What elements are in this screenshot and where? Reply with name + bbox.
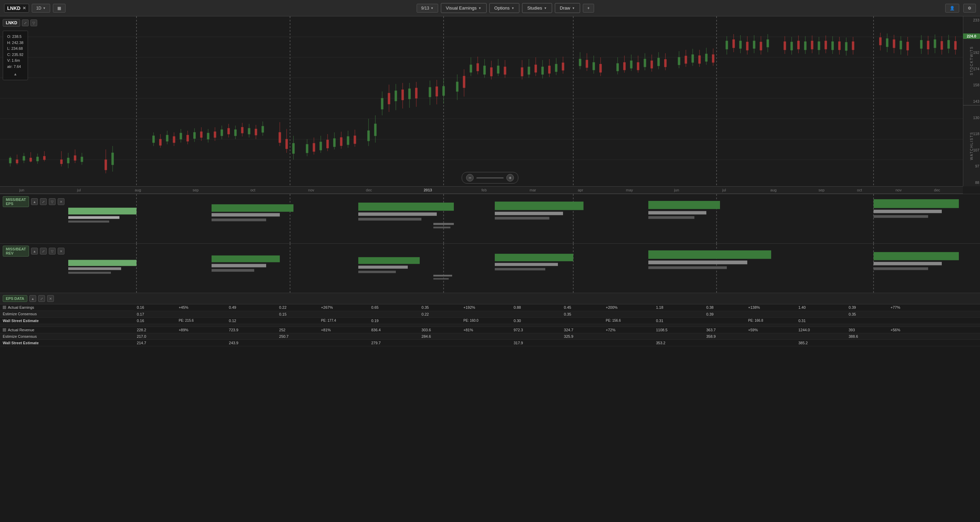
price-192: 192 (964, 51, 979, 54)
price-88: 88 (964, 180, 979, 185)
svg-rect-118 (463, 76, 465, 88)
expand-chart-button[interactable]: ⤢ (22, 19, 29, 26)
svg-rect-196 (784, 41, 786, 50)
studies-caret-icon: ▼ (544, 6, 547, 10)
timeframe-button[interactable]: 1D ▼ (32, 4, 50, 13)
svg-rect-226 (907, 42, 909, 50)
svg-rect-20 (30, 158, 32, 161)
price-chart[interactable] (0, 16, 963, 194)
options-caret-icon: ▼ (511, 6, 514, 10)
svg-rect-216 (852, 41, 854, 50)
svg-rect-144 (562, 63, 564, 70)
ticker-close-icon[interactable]: ✕ (22, 6, 26, 11)
time-label-mar: mar (530, 188, 536, 192)
eps-data-close-button[interactable]: ✕ (47, 295, 54, 302)
eps-data-expand-button[interactable]: ⤢ (38, 295, 45, 302)
svg-rect-114 (442, 86, 445, 95)
zoom-in-button[interactable]: + (506, 174, 514, 181)
rec-q3: 284.6 (419, 333, 461, 340)
svg-rect-186 (740, 41, 741, 48)
svg-rect-148 (586, 60, 588, 68)
svg-rect-110 (429, 88, 431, 97)
rev-panel-down-button[interactable]: ▽ (49, 248, 56, 255)
rws-q5-alt: 385.2 (796, 340, 846, 346)
svg-rect-278 (358, 266, 408, 269)
add-study-button[interactable]: + (583, 4, 594, 13)
ar-q3-val: 303.6 (419, 326, 461, 333)
studies-button[interactable]: Studies ▼ (522, 3, 552, 13)
svg-rect-273 (68, 272, 111, 274)
settings-button[interactable]: ⚙ (963, 4, 976, 13)
time-label-sep: sep (192, 188, 199, 192)
svg-rect-279 (358, 271, 396, 273)
svg-rect-258 (495, 217, 549, 220)
rev-panel-close-button[interactable]: ✕ (58, 248, 65, 255)
eps-panel-up-button[interactable]: ▲ (31, 198, 38, 205)
settings-icon: ⚙ (968, 6, 972, 11)
rev-panel-up-button[interactable]: ▲ (31, 248, 38, 255)
eps-panel-expand-button[interactable]: ⤢ (40, 198, 47, 205)
svg-rect-289 (873, 262, 942, 266)
visual-earnings-button[interactable]: Visual Earnings ▼ (441, 3, 487, 13)
svg-rect-66 (248, 128, 250, 134)
time-label-feb: feb (482, 188, 487, 192)
price-130: 130 (964, 116, 979, 120)
visual-earnings-caret-icon: ▼ (479, 6, 482, 10)
svg-rect-194 (767, 40, 769, 47)
ws-q4-pe: PE: 156.6 (603, 317, 653, 324)
svg-rect-86 (333, 138, 336, 147)
candlestick-group (9, 33, 956, 173)
user-button[interactable]: 👤 (945, 4, 959, 13)
svg-rect-232 (934, 40, 936, 48)
svg-rect-72 (279, 132, 281, 143)
svg-rect-190 (753, 41, 755, 48)
chart-type-button[interactable]: ▦ (53, 4, 65, 13)
rev-panel-expand-button[interactable]: ⤢ (40, 248, 47, 255)
svg-rect-249 (212, 213, 280, 216)
chart-arrow-button[interactable]: ▽ (30, 19, 37, 26)
svg-rect-290 (873, 267, 928, 270)
symbol-label: LNKD (3, 19, 20, 27)
svg-rect-285 (648, 250, 771, 259)
ohlc-info-box: O: 238.5 H: 242.38 L: 234.68 C: 235.92 V… (3, 31, 28, 80)
ae-q1-pct: +45% (176, 304, 226, 311)
svg-rect-222 (893, 40, 895, 48)
svg-rect-38 (153, 136, 154, 143)
time-label-apr: apr (578, 188, 583, 192)
svg-rect-90 (347, 137, 349, 145)
zoom-out-button[interactable]: − (466, 174, 474, 181)
svg-rect-247 (68, 220, 109, 223)
svg-rect-52 (200, 132, 202, 137)
svg-rect-214 (845, 42, 847, 51)
rws-q1-alt: 243.9 (226, 340, 277, 346)
eps-panel-down-button[interactable]: ▽ (49, 198, 56, 205)
ws-q1: 0.16 (134, 317, 176, 324)
draw-button[interactable]: Draw ▼ (555, 3, 580, 13)
price-scale: 233 211 192 174 158 143 130 118 107 97 8… (963, 16, 980, 186)
svg-rect-22 (37, 157, 38, 161)
ticker-box[interactable]: LNKD ✕ (4, 4, 29, 13)
svg-rect-204 (811, 41, 813, 49)
rev-bar-chart (0, 243, 963, 293)
eps-panel-close-button[interactable]: ✕ (58, 198, 65, 205)
svg-rect-251 (358, 203, 454, 211)
rec-q6: 388.6 (846, 333, 888, 340)
chart-area[interactable]: LNKD ⤢ ▽ O: 238.5 H: 242.38 L: 234.68 C:… (0, 16, 980, 194)
svg-rect-24 (43, 156, 45, 160)
period-button[interactable]: 9/13 ▼ (417, 4, 438, 13)
time-label-2013: 2013 (424, 188, 432, 192)
eps-data-up-button[interactable]: ▲ (29, 295, 36, 302)
draw-caret-icon: ▼ (572, 6, 575, 10)
price-233: 233 (964, 18, 979, 22)
svg-rect-50 (194, 132, 196, 138)
rec-q1: 217.0 (134, 333, 176, 340)
svg-rect-154 (617, 64, 619, 71)
svg-rect-271 (68, 260, 137, 266)
rev-panel-header: MISS/BEATREV ▲ ⤢ ▽ ✕ (3, 246, 65, 256)
eps-data-header: EPS DATA ▲ ⤢ ✕ (0, 293, 980, 304)
svg-rect-84 (326, 140, 329, 148)
svg-rect-184 (733, 40, 735, 48)
zoom-bar[interactable] (476, 177, 504, 178)
ar-q5-val: 363.7 (703, 326, 746, 333)
options-button[interactable]: Options ▼ (489, 3, 520, 13)
